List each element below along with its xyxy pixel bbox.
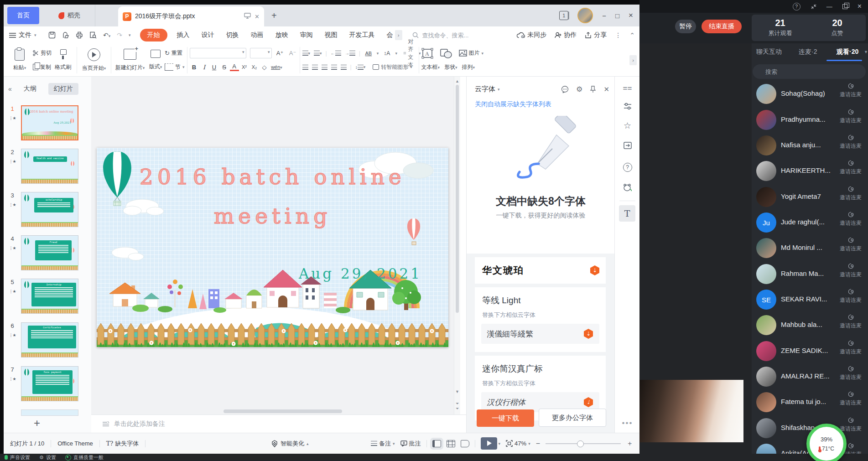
slide-date[interactable]: Aug 29, 2021 [299,265,422,282]
invite-connect-button[interactable]: 邀请连麦 [840,288,862,304]
print-icon[interactable] [76,31,83,39]
similar-font-pill[interactable]: 漢儀細等綫繁 ⇣ [481,324,599,344]
slide-thumbnail-1[interactable]: 2016 batch online meeting Aug 29,2021 [21,105,78,140]
more-options-icon[interactable]: ⋮ [615,31,621,39]
invite-connect-button[interactable]: 邀请连麦 [840,391,862,407]
bullet-list-icon[interactable]: ▾ [302,51,311,56]
picture-button[interactable]: 图片▾ [459,49,484,57]
layout-button[interactable]: 版式▾ [146,45,165,75]
tab-review[interactable]: 审阅 [300,31,313,39]
zoom-in-button[interactable]: ＋ [626,439,633,448]
editing-canvas[interactable]: 2016 batch online meeting Aug 29, 2021 ▲… [91,77,460,415]
zoom-slider[interactable] [546,443,621,444]
shrink-icon[interactable] [811,4,816,10]
invite-connect-button[interactable]: 邀请连麦 [840,314,862,330]
tab-dropdown-icon[interactable]: ▼ [864,50,868,54]
slide-thumbnail-3[interactable]: scholarship [21,192,78,227]
tab-chat[interactable]: 聊天互动 [756,48,782,56]
align-right-icon[interactable] [322,65,327,70]
switch-icon[interactable] [615,141,639,152]
format-painter-button[interactable]: 格式刷 [52,45,74,75]
ribbon-overflow-button[interactable]: › [629,55,637,65]
zoom-out-button[interactable]: − [536,440,540,448]
add-slide-button[interactable]: + [34,417,40,430]
align-center-icon[interactable] [312,65,318,70]
print-preview-icon[interactable] [89,31,97,39]
scroll-up-icon[interactable]: ▲ [454,79,460,83]
new-slide-button[interactable]: 新建幻灯片▾ [114,45,146,75]
close-button[interactable]: × [858,2,862,10]
copy-button[interactable]: 复制 [33,61,52,73]
end-stream-button[interactable]: 结束直播 [702,20,742,33]
tab-connect-mic[interactable]: 连麦·2 [799,48,817,56]
tab-animation[interactable]: 动画 [251,31,264,39]
tab-design[interactable]: 设计 [202,31,214,39]
font-name-select[interactable] [190,48,246,58]
settings-gear-icon[interactable]: ⚙ [576,85,582,93]
drag-handle-icon[interactable]: == [615,84,639,93]
tab-devtools[interactable]: 开发工具 [349,31,375,39]
collaborate-button[interactable]: 协作 [555,31,577,39]
bold-button[interactable]: B [190,64,199,71]
next-slide-icon[interactable]: ⏷⏷ [454,401,460,411]
slide-sorter-view-button[interactable] [447,440,455,447]
close-window-button[interactable]: × [629,11,633,20]
minimize-button[interactable]: − [602,12,606,20]
font-size-select[interactable] [250,48,272,58]
slide-1[interactable]: 2016 batch online meeting Aug 29, 2021 [97,148,448,347]
collapse-panel-icon[interactable]: « [8,85,12,93]
align-justify-icon[interactable] [331,65,337,70]
shape-label-button[interactable]: 形状▾ [444,63,457,71]
assistant-icon[interactable] [615,183,639,194]
horizontal-scrollbar[interactable] [223,409,342,413]
arrange-label-button[interactable]: 排列▾ [462,63,475,71]
slide-thumbnail-4[interactable]: Fraud [21,235,78,270]
minimize-button[interactable]: — [826,3,832,10]
download-font-icon[interactable]: ⇣ [584,397,593,407]
export-icon[interactable] [62,31,69,39]
document-tab[interactable]: P 2016级开学班会.pptx ✕ [118,6,264,26]
command-search-input[interactable] [421,31,478,39]
more-fonts-button[interactable]: 更多办公字体 [539,409,606,427]
invite-connect-button[interactable]: 邀请连麦 [840,186,862,202]
fit-zoom-button[interactable]: 47% ▾ [506,440,530,447]
slideshow-play-button[interactable] [481,437,497,450]
align-distribute-icon[interactable] [341,65,347,70]
invite-connect-button[interactable]: 邀请连麦 [840,109,862,124]
line-spacing-icon[interactable]: ↕▾ [355,65,366,70]
strip-more-icon[interactable]: ••• [615,419,639,428]
align-left-icon[interactable] [302,65,308,70]
scroll-down-icon[interactable]: ▼ [454,389,460,394]
maximize-restore-button[interactable] [842,4,847,9]
quickbar-more-icon[interactable]: ▾ [129,33,131,37]
notes-bar[interactable]: 单击此处添加备注 [91,414,466,433]
collapse-ribbon-icon[interactable]: ⌃ [629,31,635,39]
share-button[interactable]: 分享 [585,31,607,39]
slide-title-line2[interactable]: meeting [97,203,448,228]
comments-button[interactable]: 批注 [400,440,421,448]
undo-button[interactable]: ↶▾ [103,31,110,39]
sync-status[interactable]: 未同步 [517,31,546,39]
zoom-slider-knob[interactable] [577,440,584,447]
section-button[interactable]: 节▾ [165,61,185,73]
numbered-list-icon[interactable]: ▾ [314,51,322,56]
window-count-icon[interactable]: 1 [559,11,568,20]
tab-outline[interactable]: 大纲 [18,83,42,95]
slide-thumbnail-7[interactable]: fees payment [21,366,78,401]
slide-title-line1[interactable]: 2016 batch online [97,164,448,189]
invite-connect-button[interactable]: 邀请连麦 [840,211,862,227]
properties-icon[interactable] [615,102,639,113]
decrease-indent-icon[interactable]: ← [331,51,341,56]
invite-connect-button[interactable]: 邀请连麦 [840,263,862,279]
tab-insert[interactable]: 插入 [177,31,190,39]
disable-auto-show-link[interactable]: 关闭自动展示缺失字体列表 [475,100,551,109]
decrease-font-button[interactable]: A⁻ [288,50,297,57]
tab-view[interactable]: 视图 [325,31,338,39]
slide-thumbnail-5[interactable]: Internship [21,279,78,314]
notes-button[interactable]: 备注▾ [371,440,395,448]
save-icon[interactable] [48,31,56,39]
reset-button[interactable]: ↻重置 [165,47,185,59]
underline-button[interactable]: U [210,64,219,71]
stream-quality-indicator[interactable]: 直播质量一般 [65,454,104,461]
feedback-icon[interactable] [561,86,569,93]
